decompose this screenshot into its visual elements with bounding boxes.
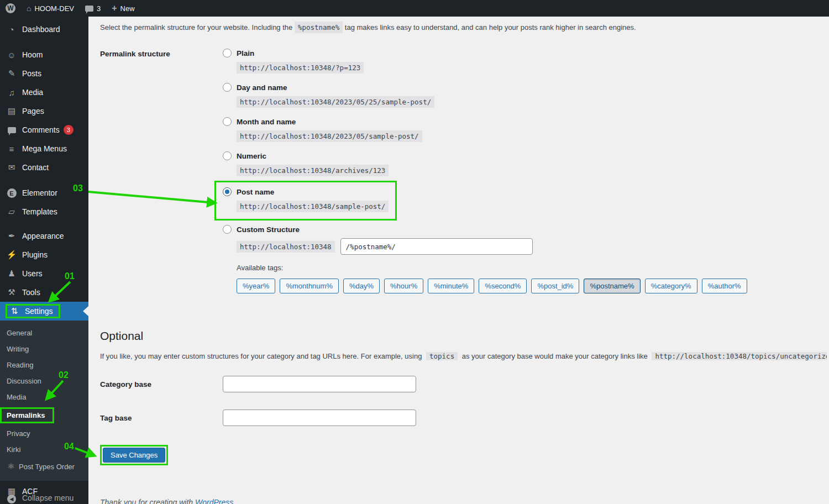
option-plain-radio-row[interactable]: Plain	[223, 49, 747, 57]
tag-button-year[interactable]: %year%	[237, 279, 275, 293]
option-plain: Plain http://localhost:10348/?p=123	[223, 49, 747, 74]
sidebar-item-settings[interactable]: ⇅ Settings	[0, 302, 88, 321]
sidebar-item-templates[interactable]: ▱ Templates	[0, 202, 88, 221]
plugin-icon: ⚡	[6, 250, 18, 260]
radio-month-and-name[interactable]	[223, 117, 232, 126]
option-post-name-example: http://localhost:10348/sample-post/	[237, 201, 389, 212]
sidebar-item-comments[interactable]: Comments 3	[0, 120, 88, 139]
tag-button-day[interactable]: %day%	[343, 279, 380, 293]
tag-button-category[interactable]: %category%	[645, 279, 697, 293]
option-post-name-radio-row[interactable]: Post name	[223, 187, 389, 196]
sidebar-item-users[interactable]: ♟ Users	[0, 264, 88, 283]
sidebar-item-label: Dashboard	[22, 25, 60, 34]
intro-after: tag makes links easy to understand, and …	[345, 23, 636, 32]
collapse-menu-button[interactable]: ◀ Collapse menu	[0, 489, 88, 504]
radio-numeric[interactable]	[223, 151, 232, 160]
site-name-menu[interactable]: ⌂ HOOM-DEV	[21, 0, 80, 17]
sidebar-item-hoom[interactable]: ☺ Hoom	[0, 45, 88, 64]
intro-before: Select the permalink structure for your …	[100, 23, 292, 32]
option-label[interactable]: Plain	[237, 49, 254, 57]
available-tags-row: %year% %monthnum% %day% %hour% %minute% …	[237, 279, 747, 293]
sidebar-item-label: Mega Menus	[22, 144, 67, 153]
tag-button-second[interactable]: %second%	[479, 279, 527, 293]
category-base-row: Category base	[100, 376, 829, 392]
submenu-item-permalinks[interactable]: Permalinks	[0, 407, 88, 423]
postname-highlight-box: Post name http://localhost:10348/sample-…	[214, 181, 397, 221]
wp-logo-menu[interactable]: W	[0, 0, 21, 17]
envelope-icon: ✉	[6, 162, 18, 172]
sidebar-item-label: Elementor	[22, 188, 57, 197]
submenu-item-media[interactable]: Media	[0, 389, 88, 405]
custom-structure-input[interactable]	[340, 238, 533, 255]
submenu-item-privacy[interactable]: Privacy	[0, 426, 88, 442]
radio-custom-structure[interactable]	[223, 225, 232, 234]
submenu-item-reading[interactable]: Reading	[0, 357, 88, 373]
submenu-item-kirki[interactable]: Kirki	[0, 442, 88, 458]
sidebar-item-contact[interactable]: ✉ Contact	[0, 158, 88, 177]
option-numeric-example: http://localhost:10348/archives/123	[237, 165, 389, 176]
submenu-item-general[interactable]: General	[0, 325, 88, 341]
tag-button-author[interactable]: %author%	[702, 279, 747, 293]
option-numeric: Numeric http://localhost:10348/archives/…	[223, 151, 747, 176]
intro-postname-code: %postname%	[295, 22, 343, 33]
sidebar-item-label: Contact	[22, 163, 49, 172]
tag-base-row: Tag base	[100, 410, 829, 426]
sidebar-item-dashboard[interactable]: ◔ Dashboard	[0, 20, 88, 39]
option-day-and-name-radio-row[interactable]: Day and name	[223, 83, 747, 92]
option-month-and-name-radio-row[interactable]: Month and name	[223, 117, 747, 126]
sidebar-item-media[interactable]: ♫ Media	[0, 83, 88, 102]
elementor-icon: E	[6, 188, 18, 198]
comments-icon	[6, 125, 18, 135]
admin-bar-new[interactable]: + New	[106, 0, 140, 17]
tag-button-postname[interactable]: %postname%	[584, 279, 640, 293]
option-custom-structure-radio-row[interactable]: Custom Structure	[223, 225, 747, 234]
sidebar-item-label: Comments	[22, 125, 60, 134]
permalink-settings-page: Select the permalink structure for your …	[88, 17, 829, 504]
submenu-item-writing[interactable]: Writing	[0, 341, 88, 357]
option-label[interactable]: Day and name	[237, 83, 287, 92]
sidebar-item-label: Settings	[25, 307, 53, 316]
submenu-item-post-types-order[interactable]: ⚛ Post Types Order	[0, 458, 88, 475]
category-base-input[interactable]	[223, 376, 416, 392]
sidebar-item-tools[interactable]: ⚒ Tools	[0, 283, 88, 302]
option-post-name: Post name http://localhost:10348/sample-…	[223, 187, 389, 212]
available-tags-label: Available tags:	[237, 264, 747, 272]
sidebar-item-pages[interactable]: ▤ Pages	[0, 102, 88, 120]
radio-day-and-name[interactable]	[223, 83, 232, 92]
sidebar-item-mega-menus[interactable]: ≡ Mega Menus	[0, 139, 88, 158]
option-label[interactable]: Post name	[237, 188, 274, 196]
folder-icon: ▱	[6, 207, 18, 217]
sidebar-item-posts[interactable]: ✎ Posts	[0, 64, 88, 83]
permalinks-highlight-box: Permalinks	[0, 407, 54, 423]
submenu-fold-arrow	[78, 306, 88, 316]
sidebar-item-appearance[interactable]: ✒ Appearance	[0, 227, 88, 245]
wordpress-link[interactable]: WordPress	[195, 498, 233, 504]
tag-button-post-id[interactable]: %post_id%	[531, 279, 579, 293]
sidebar-item-elementor[interactable]: E Elementor	[0, 183, 88, 202]
admin-bar-comments[interactable]: 3	[80, 0, 106, 17]
sidebar-item-plugins[interactable]: ⚡ Plugins	[0, 245, 88, 264]
tag-button-hour[interactable]: %hour%	[384, 279, 423, 293]
topics-code: topics	[426, 352, 458, 360]
option-label[interactable]: Month and name	[237, 118, 296, 126]
settings-submenu: General Writing Reading Discussion Media…	[0, 321, 88, 481]
mega-menus-icon: ≡	[6, 144, 18, 154]
option-label[interactable]: Custom Structure	[237, 225, 300, 234]
radio-plain[interactable]	[223, 49, 232, 57]
save-changes-button[interactable]: Save Changes	[103, 448, 165, 463]
tag-button-minute[interactable]: %minute%	[428, 279, 474, 293]
option-label[interactable]: Numeric	[237, 152, 266, 160]
option-numeric-radio-row[interactable]: Numeric	[223, 151, 747, 160]
brush-icon: ✒	[6, 231, 18, 241]
admin-bar: W ⌂ HOOM-DEV 3 + New	[0, 0, 829, 17]
optional-description: If you like, you may enter custom struct…	[100, 352, 827, 360]
optional-heading: Optional	[100, 329, 829, 343]
collapse-arrow-icon: ◀	[6, 493, 18, 503]
tag-button-monthnum[interactable]: %monthnum%	[280, 279, 339, 293]
submenu-item-discussion[interactable]: Discussion	[0, 373, 88, 389]
footer-thanks: Thank you for creating with WordPress	[100, 498, 233, 504]
radio-post-name[interactable]	[223, 187, 232, 196]
category-url-code: http://localhost:10348/topics/uncategori…	[652, 352, 827, 360]
sidebar-item-label: Tools	[22, 288, 40, 297]
tag-base-input[interactable]	[223, 410, 416, 426]
